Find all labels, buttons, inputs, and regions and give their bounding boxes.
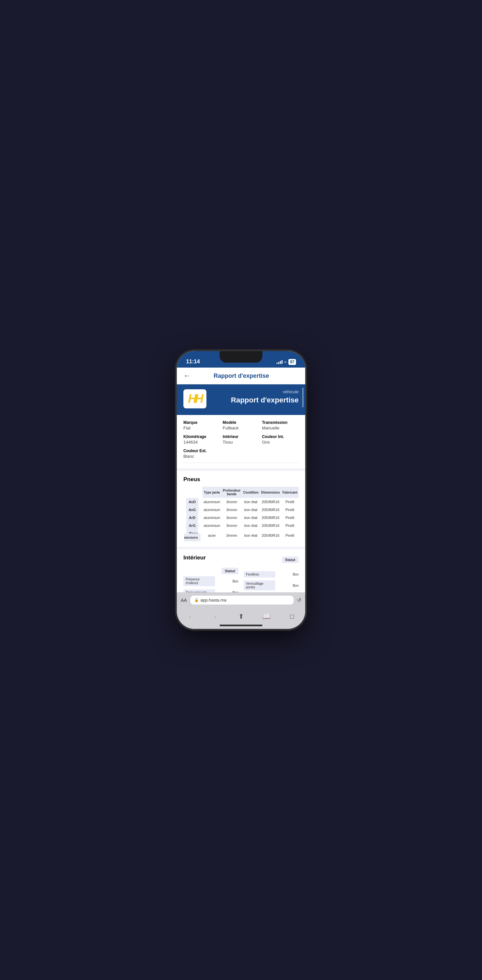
info-modele: Modèle Fullback [223, 420, 259, 430]
share-button[interactable]: ⬆ [235, 611, 247, 622]
info-couleur-int: Couleur Int. Gris [262, 434, 298, 445]
rapport-banner-title: Rapport d'expertise [231, 396, 298, 404]
interior-two-col: Statut Présence d'odeurs Bon Tapis prése… [184, 568, 298, 592]
modele-value: Fullback [223, 425, 259, 430]
item-value: Bon [277, 573, 298, 576]
phone-frame: 11:14 ≈ 97 ← Rapport d'expertise [177, 351, 305, 629]
reload-button[interactable]: ↺ [297, 597, 301, 603]
logo-icon: HH [188, 392, 202, 406]
info-transmission: Transmission Manuelle [262, 420, 298, 430]
bookmarks-button[interactable]: 📖 [260, 611, 273, 622]
table-row: Pneu secours acier 3mmm bon état 205/80R… [184, 530, 298, 541]
item-value: Bon [277, 584, 298, 587]
item-label: Tapis présents [184, 589, 215, 593]
item-row: Présence d'odeurs Bon [184, 576, 238, 586]
signal-bars-icon [276, 360, 282, 364]
info-marque: Marque Fiat [184, 420, 220, 430]
interieur-label: Intérieur [223, 434, 259, 439]
modele-label: Modèle [223, 420, 259, 425]
table-row: ArG aluminium 3mmm bon état 205/80R16 Pi… [184, 522, 298, 530]
statut-header-right: Statut [282, 557, 298, 563]
info-interieur: Intérieur Tissu [223, 434, 259, 445]
interior-left-col: Statut Présence d'odeurs Bon Tapis prése… [184, 568, 238, 592]
interior-section: Intérieur Statut Statut Présence d'odeur… [177, 549, 305, 592]
pneus-table: Type jante Profondeur bande Condition Di… [184, 487, 298, 541]
marque-label: Marque [184, 420, 220, 425]
item-label: Fenêtres [244, 571, 275, 578]
font-size-button[interactable]: AA [181, 598, 187, 603]
col-dimensions: Dimensions [260, 487, 281, 498]
vehicule-label: véhicule [283, 389, 298, 394]
item-label: Présence d'odeurs [184, 576, 215, 586]
lock-icon: 🔒 [194, 598, 199, 602]
interior-right-col: Fenêtres Bon Verrouillage portes Bon Cei… [244, 568, 298, 592]
left-col-header: Statut [184, 568, 238, 574]
interior-right-rows: Fenêtres Bon Verrouillage portes Bon Cei… [244, 570, 298, 592]
couleur-int-value: Gris [262, 440, 298, 445]
kilometrage-value: 144634 [184, 440, 220, 445]
pneus-section: Pneus Type jante Profondeur bande Condit… [177, 471, 305, 547]
app-header: ← Rapport d'expertise [177, 368, 305, 384]
browser-bar: AA 🔒 app.hasta.ma ↺ [177, 592, 305, 608]
url-text: app.hasta.ma [201, 598, 227, 603]
table-row: AvG aluminium 3mmm bon état 205/80R16 Pi… [184, 506, 298, 514]
vehicle-info-section: Marque Fiat Modèle Fullback Transmission… [177, 415, 305, 468]
phone-screen: 11:14 ≈ 97 ← Rapport d'expertise [177, 351, 305, 629]
status-icons: ≈ 97 [276, 359, 296, 365]
interior-title: Intérieur [184, 555, 206, 561]
couleur-ext-value: Blanc [184, 454, 220, 459]
item-row: Tapis présents Bon [184, 588, 238, 592]
transmission-value: Manuelle [262, 425, 298, 430]
item-value: Bon [217, 579, 238, 583]
tabs-button[interactable]: □ [286, 611, 298, 622]
info-couleur-ext: Couleur Ext. Blanc [184, 449, 220, 459]
marque-value: Fiat [184, 425, 220, 430]
transmission-label: Transmission [262, 420, 298, 425]
logo-container: HH [184, 389, 206, 408]
couleur-ext-label: Couleur Ext. [184, 449, 220, 453]
wifi-icon: ≈ [284, 360, 287, 364]
item-label: Verrouillage portes [244, 581, 275, 590]
divider [184, 463, 298, 463]
col-fabricant: Fabricant [281, 487, 298, 498]
home-indicator [220, 625, 262, 626]
scroll-indicator [302, 388, 303, 407]
col-condition: Condition [242, 487, 260, 498]
table-row: AvD aluminium 3mmm bon état 205/80R16 Pi… [184, 498, 298, 506]
item-row: Verrouillage portes Bon [244, 581, 298, 590]
col-type-jante: Type jante [203, 487, 222, 498]
url-bar[interactable]: 🔒 app.hasta.ma [190, 596, 294, 605]
blue-banner: HH véhicule Rapport d'expertise [177, 384, 305, 415]
statut-badge-left: Statut [222, 568, 238, 574]
status-time: 11:14 [186, 358, 200, 365]
pneus-table-container: Type jante Profondeur bande Condition Di… [184, 487, 298, 541]
interior-left-rows: Présence d'odeurs Bon Tapis présents Bon… [184, 576, 238, 592]
content-scroll[interactable]: HH véhicule Rapport d'expertise Marque F… [177, 384, 305, 592]
page-title: Rapport d'expertise [194, 372, 289, 379]
forward-toolbar-button[interactable]: › [209, 611, 222, 622]
col-profondeur: Profondeur bande [222, 487, 242, 498]
couleur-int-label: Couleur Int. [262, 434, 298, 439]
notch [220, 351, 262, 363]
pneus-title: Pneus [184, 476, 298, 483]
back-toolbar-button[interactable]: ‹ [184, 611, 196, 622]
back-button[interactable]: ← [184, 372, 191, 380]
banner-right: véhicule Rapport d'expertise [211, 389, 298, 404]
battery-indicator: 97 [289, 359, 296, 365]
info-grid: Marque Fiat Modèle Fullback Transmission… [184, 420, 298, 459]
kilometrage-label: Kilométrage [184, 434, 220, 439]
info-kilometrage: Kilométrage 144634 [184, 434, 220, 445]
battery-level: 97 [290, 360, 294, 364]
item-row: Fenêtres Bon [244, 570, 298, 579]
interieur-value: Tissu [223, 440, 259, 445]
table-row: ArD aluminium 3mmm bon état 205/80R16 Pi… [184, 514, 298, 522]
